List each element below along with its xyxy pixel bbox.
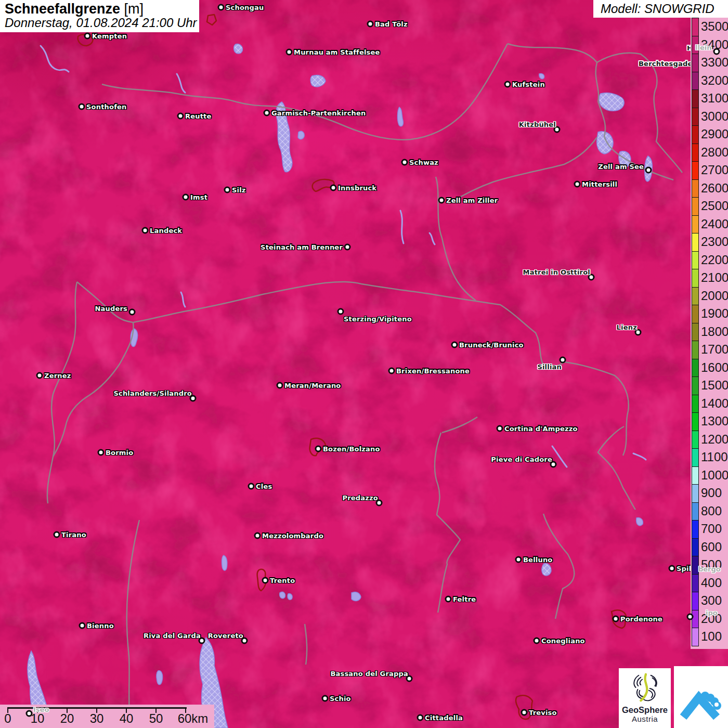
city-label: Reutte xyxy=(185,112,212,120)
city-dot xyxy=(79,103,85,110)
city-dot xyxy=(401,159,408,166)
city-label: Kempten xyxy=(92,32,127,40)
city-dot xyxy=(36,372,43,379)
legend-value-2700: 2700 xyxy=(701,161,728,179)
city-label: Murnau am Staffelsee xyxy=(294,48,380,56)
legend-swatch-3300 xyxy=(692,54,699,72)
city-dot xyxy=(142,227,149,234)
city-label: Belluno xyxy=(523,556,552,564)
city-label: Kitzbühel xyxy=(519,121,556,128)
legend-swatch-3000 xyxy=(692,108,699,126)
city-label: Bruneck/Brunico xyxy=(459,341,524,349)
legend-swatch-2900 xyxy=(692,125,699,144)
legend-value-300: 300 xyxy=(701,592,728,610)
city-label: Schongau xyxy=(226,4,264,11)
city-dot xyxy=(79,622,86,629)
city-dot xyxy=(669,565,675,572)
city-dot xyxy=(388,368,395,374)
legend-swatch-2300 xyxy=(692,233,699,252)
legend-swatch-600 xyxy=(692,538,699,557)
geosphere-country: Austria xyxy=(619,714,671,723)
city-dot xyxy=(224,187,231,193)
legend-value-100: 100 xyxy=(701,628,728,646)
city-dot xyxy=(451,342,458,348)
city-dot xyxy=(286,49,293,56)
legend-value-1000: 1000 xyxy=(701,466,728,485)
city-label: Sterzing/Vipiteno xyxy=(344,315,412,323)
city-label: Nauders xyxy=(95,305,127,313)
scalebar-label: 0 xyxy=(4,711,11,726)
city-dot xyxy=(645,167,652,174)
legend-swatch-800 xyxy=(692,502,699,521)
city-label: Sonthofen xyxy=(86,103,126,111)
legend-value-500: 500 xyxy=(701,556,728,574)
city-label: Zernez xyxy=(44,372,71,380)
map-title: Schneefallgrenze [m] xyxy=(5,2,199,16)
model-label: Modell: SNOWGRID xyxy=(593,0,728,18)
scalebar-label: 10 xyxy=(31,711,45,726)
city-label: Brixen/Bressanone xyxy=(396,367,470,375)
city-dot xyxy=(497,425,503,432)
legend-swatch-3200 xyxy=(692,72,699,90)
city-dot xyxy=(98,449,105,456)
city-label: Rovereto xyxy=(208,632,243,640)
city-dot xyxy=(337,308,344,315)
city-dot xyxy=(560,357,566,363)
legend-swatch-1200 xyxy=(692,431,699,449)
city-label: Garmisch-Partenkirchen xyxy=(271,109,366,117)
legend-value-1100: 1100 xyxy=(701,448,728,466)
city-label: Pieve di Cadore xyxy=(491,456,552,463)
legend-swatch-1600 xyxy=(692,359,699,378)
legend-swatch-1400 xyxy=(692,395,699,413)
city-dot xyxy=(315,446,322,452)
city-label: Sillian xyxy=(537,363,562,371)
legend-value-3400: 3400 xyxy=(701,36,728,54)
legend-value-1800: 1800 xyxy=(701,323,728,341)
city-dot xyxy=(613,616,619,622)
legend-swatch-2800 xyxy=(692,144,699,162)
legend-value-600: 600 xyxy=(701,538,728,556)
city-label: Bormio xyxy=(106,449,133,457)
map-datetime: Donnerstag, 01.08.2024 21:00 Uhr xyxy=(5,16,199,30)
city-dot xyxy=(438,197,445,204)
city-label: Tirano xyxy=(61,531,86,539)
legend-swatch-400 xyxy=(692,574,699,593)
city-dot xyxy=(183,194,189,201)
legend-value-900: 900 xyxy=(701,484,728,502)
legend-swatch-1900 xyxy=(692,305,699,323)
legend-value-1600: 1600 xyxy=(701,359,728,377)
legend-value-2500: 2500 xyxy=(701,197,728,215)
city-dot xyxy=(417,714,424,721)
legend-value-700: 700 xyxy=(701,520,728,538)
city-label: Trento xyxy=(270,577,295,584)
scalebar-label: 30 xyxy=(90,711,104,726)
city-dot xyxy=(574,181,581,188)
city-label: Silz xyxy=(232,186,246,194)
city-label: Bassano del Grappa xyxy=(330,670,408,678)
map-scale-bar: 0102030405060km xyxy=(0,705,214,728)
city-dot xyxy=(521,709,528,716)
scalebar-label: 50 xyxy=(149,711,163,726)
city-dot xyxy=(54,531,60,538)
legend-value-200: 200 xyxy=(701,610,728,628)
city-dot xyxy=(177,113,184,120)
legend-swatch-2600 xyxy=(692,179,699,198)
legend-value-1300: 1300 xyxy=(701,412,728,431)
avalanche-logo-box xyxy=(674,666,728,728)
city-label: Schlanders/Silandro xyxy=(113,389,192,397)
city-label: Zell am Ziller xyxy=(446,197,498,204)
elevation-legend: 3500340033003200310030002900280027002600… xyxy=(691,17,728,649)
city-dot xyxy=(254,532,261,539)
geosphere-austria-logo: GeoSphere Austria xyxy=(619,668,671,728)
legend-swatch-900 xyxy=(692,484,699,503)
legend-swatch-1300 xyxy=(692,412,699,431)
city-label: Matrei in Osttirol xyxy=(523,268,590,276)
legend-swatch-1500 xyxy=(692,376,699,395)
legend-swatch-100 xyxy=(692,628,699,646)
map-title-text: Schneefallgrenze xyxy=(5,1,120,17)
legend-value-2400: 2400 xyxy=(701,215,728,233)
scalebar-label: 60km xyxy=(178,711,209,726)
legend-value-3500: 3500 xyxy=(701,18,728,36)
city-label: Imst xyxy=(190,193,207,201)
legend-swatch-2700 xyxy=(692,161,699,180)
